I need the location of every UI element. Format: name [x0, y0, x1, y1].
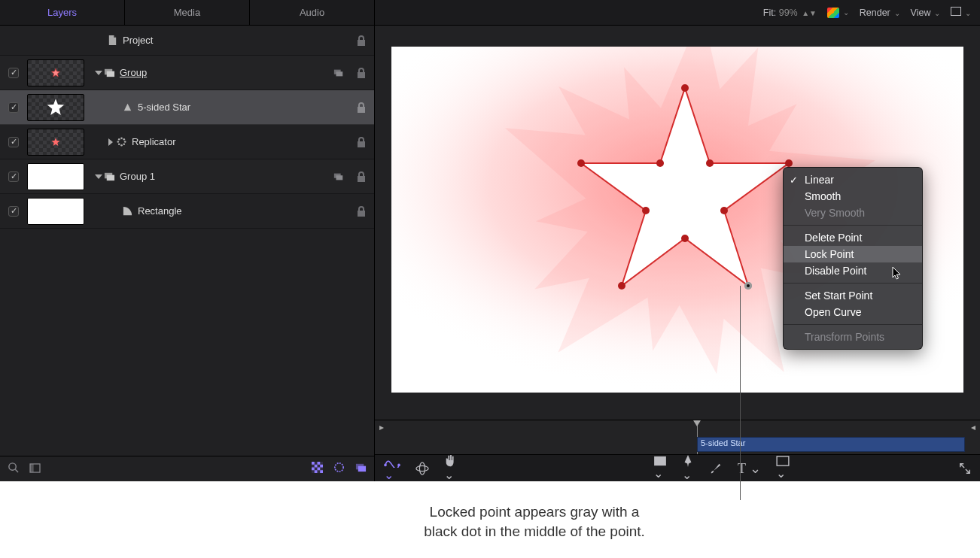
menu-item-open-curve[interactable]: Open Curve: [784, 304, 922, 320]
visibility-checkbox[interactable]: ✓: [8, 137, 19, 147]
viewport-layout-menu[interactable]: ⌄: [951, 7, 971, 18]
svg-rect-22: [30, 463, 34, 472]
control-point[interactable]: [720, 207, 728, 214]
control-point[interactable]: [642, 207, 650, 214]
svg-marker-6: [51, 138, 59, 146]
flag-icon[interactable]: [329, 68, 348, 78]
pan-tool[interactable]: ⌄: [444, 454, 458, 482]
view-menu[interactable]: View ⌄: [911, 8, 941, 18]
svg-rect-4: [336, 71, 343, 76]
svg-point-9: [117, 141, 120, 143]
tab-layers[interactable]: Layers: [0, 0, 125, 25]
svg-point-38: [384, 464, 387, 467]
svg-marker-5: [47, 99, 64, 115]
transform-3d-tool[interactable]: [415, 462, 429, 475]
menu-item-lock-point[interactable]: Lock Point: [784, 246, 922, 262]
mouse-cursor-icon: [892, 266, 902, 281]
flag-icon[interactable]: [329, 171, 348, 182]
mini-timeline[interactable]: ▸ ▸ 5-sided Star: [375, 420, 980, 454]
in-point-icon[interactable]: ▸: [379, 422, 384, 432]
menu-item-set-start-point[interactable]: Set Start Point: [784, 287, 922, 304]
chevron-down-icon: ⌄: [746, 461, 761, 476]
chevron-down-icon: ⌄: [682, 469, 692, 481]
checker-icon[interactable]: [312, 462, 323, 476]
lock-icon[interactable]: [348, 171, 374, 182]
chevron-down-icon: ⌄: [932, 9, 940, 17]
svg-point-13: [118, 143, 120, 145]
tab-audio[interactable]: Audio: [250, 0, 374, 25]
layer-row-star[interactable]: ✓ 5-sided Star: [0, 90, 374, 125]
menu-separator: [784, 225, 922, 226]
canvas-viewport[interactable]: ✓Linear Smooth Very Smooth Delete Point …: [375, 26, 980, 420]
app-body: Layers Media Audio Project: [0, 0, 980, 481]
pen-tool[interactable]: ⌄: [682, 454, 694, 482]
visibility-checkbox[interactable]: ✓: [8, 68, 19, 78]
svg-rect-43: [777, 456, 789, 466]
lock-icon[interactable]: [348, 68, 374, 78]
menu-separator: [784, 283, 922, 284]
layer-thumbnail: [27, 94, 84, 121]
layer-row-group[interactable]: ✓ Group: [0, 56, 374, 90]
render-menu[interactable]: Render ⌄: [860, 8, 900, 18]
control-point[interactable]: [706, 159, 714, 167]
disclosure-triangle-icon[interactable]: [95, 174, 102, 179]
svg-rect-27: [320, 465, 323, 468]
clip-label: 5-sided Star: [701, 438, 745, 447]
gear-ring-icon[interactable]: [333, 462, 345, 476]
svg-point-14: [123, 143, 125, 145]
menu-item-smooth[interactable]: Smooth: [784, 188, 922, 205]
lock-icon[interactable]: [348, 102, 374, 113]
brush-tool[interactable]: [709, 462, 723, 475]
control-point[interactable]: [618, 282, 625, 290]
document-icon: [107, 35, 118, 46]
color-chip-icon: [827, 8, 839, 18]
out-point-icon[interactable]: ▸: [971, 422, 975, 432]
shape-rect-tool[interactable]: ⌄: [653, 456, 667, 481]
canvas[interactable]: ✓Linear Smooth Very Smooth Delete Point …: [391, 47, 963, 393]
layer-thumbnail: [27, 129, 84, 156]
visibility-checkbox[interactable]: ✓: [8, 102, 19, 113]
replicator-icon: [116, 136, 127, 147]
edit-points-tool[interactable]: ⌄: [384, 454, 400, 482]
canvas-pane: Fit: 99% ▲▼ ⌄ Render ⌄ View ⌄ ⌄: [375, 0, 980, 481]
search-icon[interactable]: [8, 462, 19, 476]
lock-icon[interactable]: [348, 206, 374, 217]
svg-point-19: [9, 463, 16, 470]
mask-rect-tool[interactable]: ⌄: [776, 456, 790, 481]
rectangle-label: Rectangle: [138, 205, 182, 217]
canvas-toolbar-top: Fit: 99% ▲▼ ⌄ Render ⌄ View ⌄ ⌄: [375, 0, 980, 26]
panel-icon[interactable]: [29, 462, 41, 476]
text-tool[interactable]: T ⌄: [738, 460, 761, 477]
control-point[interactable]: [681, 235, 689, 242]
stack-icon[interactable]: [355, 462, 367, 476]
control-point[interactable]: [656, 159, 664, 167]
lock-icon[interactable]: [348, 35, 374, 46]
menu-item-linear[interactable]: ✓Linear: [784, 171, 922, 188]
layer-row-rectangle[interactable]: ✓ Rectangle: [0, 194, 374, 229]
control-point[interactable]: [577, 159, 585, 167]
layer-row-project[interactable]: Project: [0, 26, 374, 56]
fit-zoom-control[interactable]: Fit: 99% ▲▼: [763, 8, 817, 18]
timeline-clip[interactable]: 5-sided Star: [697, 437, 965, 452]
expand-icon[interactable]: [959, 462, 971, 475]
menu-item-delete-point[interactable]: Delete Point: [784, 229, 922, 246]
layer-row-replicator[interactable]: ✓ Replicator: [0, 125, 374, 159]
control-point-locked[interactable]: [744, 282, 752, 290]
tab-media[interactable]: Media: [125, 0, 250, 25]
svg-marker-0: [51, 68, 59, 77]
svg-point-39: [397, 464, 400, 467]
visibility-checkbox[interactable]: ✓: [8, 206, 19, 217]
color-channel-menu[interactable]: ⌄: [827, 7, 849, 18]
svg-rect-42: [654, 456, 666, 466]
visibility-checkbox[interactable]: ✓: [8, 171, 19, 182]
control-point[interactable]: [681, 84, 689, 92]
layer-row-group1[interactable]: ✓ Group 1: [0, 159, 374, 194]
disclosure-triangle-icon[interactable]: [108, 138, 113, 146]
control-point[interactable]: [785, 159, 793, 167]
lock-icon[interactable]: [348, 137, 374, 147]
disclosure-triangle-icon[interactable]: [95, 71, 102, 75]
svg-rect-31: [320, 470, 323, 473]
app-window: Layers Media Audio Project: [0, 0, 980, 481]
svg-line-20: [15, 469, 18, 472]
playhead-handle-icon[interactable]: [693, 420, 701, 426]
